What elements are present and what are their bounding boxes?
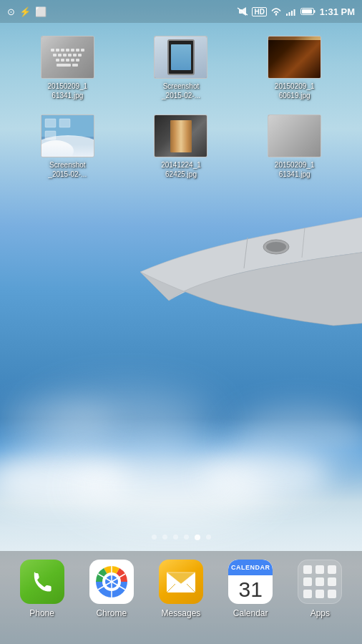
apps-dot-6 [328,577,336,586]
page-dots [0,535,362,540]
svg-point-7 [275,14,277,15]
status-left: ⊙ ⚡ ⬜ [7,6,47,17]
icon-label-4: Screenshot _2015-02-... [48,160,87,179]
page-dot-6[interactable] [206,535,211,540]
desktop-icon-6[interactable]: 20150209_1 61341.jpg [241,114,348,179]
wifi-icon [270,7,282,16]
phone-icon[interactable] [20,560,64,604]
icon-label-3: 20150209_1 60619.jpg [275,82,315,100]
mute-icon [237,7,248,16]
icon-label-6: 20150209_1 61341.jpg [275,160,315,179]
chrome-label: Chrome [96,608,127,618]
apps-dot-2 [315,565,324,574]
calendar-inner: CALENDAR 31 [228,560,273,604]
page-dot-3[interactable] [173,535,178,540]
dock: Phone [0,551,362,644]
battery-icon [300,7,316,16]
svg-rect-14 [313,10,315,13]
sim-icon: ⊙ [7,6,15,17]
status-bar: ⊙ ⚡ ⬜ HD [0,0,362,23]
desktop-icon-3[interactable]: 20150209_1 60619.jpg [241,36,348,100]
signal-icon [285,7,297,16]
calendar-date: 31 [228,575,273,604]
svg-rect-19 [45,119,56,127]
svg-rect-10 [291,11,293,16]
desktop-icon-1[interactable]: 20150209_1 61341.jpg [14,36,121,100]
desktop-icon-4[interactable]: Screenshot _2015-02-... [14,114,121,179]
airplane-wing [133,186,362,329]
icon-thumbnail-2 [154,36,207,79]
icon-thumbnail-3 [268,36,321,79]
thumb-wood-3 [268,36,321,78]
status-right: HD 1:31 PM [237,6,355,17]
calendar-header: CALENDAR [228,560,273,575]
icon-thumbnail-4 [41,114,94,157]
svg-rect-9 [288,12,290,16]
calendar-label: Calendar [233,608,268,618]
svg-rect-13 [302,9,312,14]
svg-rect-11 [293,9,295,16]
chrome-svg [94,564,129,600]
desktop-icon-5[interactable]: 20141224_1 62425.jpg [128,114,235,179]
svg-point-3 [266,242,286,252]
dock-item-calendar[interactable]: CALENDAR 31 Calendar [222,560,279,618]
icon-label-5: 20141224_1 62425.jpg [161,160,201,179]
dock-item-messages[interactable]: Messages [152,560,210,618]
desktop-icon-2[interactable]: Screenshot _2015-02-... [128,36,235,100]
messages-icon[interactable] [159,560,203,604]
apps-dot-7 [303,590,312,598]
icon-thumbnail-6 [268,114,321,157]
apps-dot-9 [328,590,336,598]
svg-rect-8 [286,14,288,16]
apps-icon[interactable] [298,560,342,604]
desktop-icons: 20150209_1 61341.jpg Screenshot _2015-02… [0,29,362,186]
icon-thumbnail-5 [154,114,207,157]
icon-label-1: 20150209_1 61341.jpg [48,82,88,100]
apps-dot-1 [303,565,312,574]
apps-grid [298,560,342,604]
svg-rect-5 [239,9,243,14]
page-dot-4[interactable] [184,535,189,540]
messages-label: Messages [162,608,201,618]
page-dot-1[interactable] [152,535,157,540]
icon-label-2: Screenshot _2015-02-... [162,82,200,100]
chrome-icon[interactable] [89,560,134,604]
icon-thumbnail-1 [41,36,94,79]
svg-rect-21 [45,131,56,140]
messages-svg [165,568,197,595]
page-dot-2[interactable] [162,535,167,540]
thumb-screenshot1-4 [41,115,94,157]
usb-icon: ⚡ [19,6,31,17]
image-icon: ⬜ [35,6,47,17]
thumb-keyboard-1 [41,36,94,78]
phone-label: Phone [29,608,54,618]
apps-label: Apps [310,608,330,618]
calendar-icon[interactable]: CALENDAR 31 [228,560,273,604]
apps-dot-8 [315,590,324,598]
apps-dot-3 [328,565,336,574]
svg-marker-6 [243,7,246,16]
page-dot-5[interactable] [195,535,200,540]
thumb-ipad-2 [155,36,207,78]
dock-item-phone[interactable]: Phone [14,560,71,618]
time-display: 1:31 PM [320,6,355,17]
thumb-book-5 [155,115,207,157]
thumb-keyboard2-6 [268,115,321,157]
apps-dot-5 [315,577,324,586]
dock-item-chrome[interactable]: Chrome [83,560,140,618]
phone-svg [29,569,55,595]
apps-dot-4 [303,577,312,586]
hd-icon: HD [252,7,266,16]
svg-rect-20 [59,119,70,127]
dock-item-apps[interactable]: Apps [291,560,348,618]
